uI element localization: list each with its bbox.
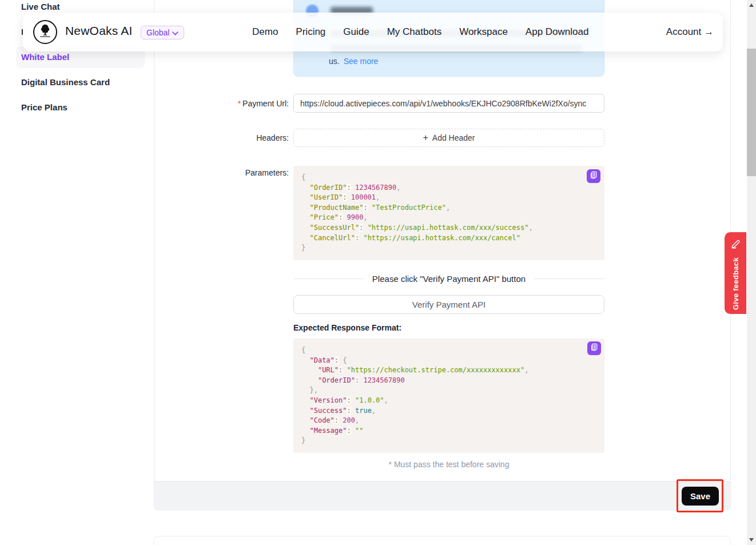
code-token: : [347,396,351,404]
code-token [351,396,355,404]
nav-link-app-download[interactable]: App Download [526,26,589,38]
payment-url-label: *Payment Url: [172,99,289,108]
code-token: : [347,407,351,415]
oak-tree-icon [37,22,54,42]
code-line: "CancelUrl": "https://usapi.hottask.com/… [301,233,596,244]
code-token: 1234567890 [363,376,404,384]
plus-icon: + [423,133,428,142]
code-token: 200 [343,416,355,424]
code-line: "URL": "https://checkout.stripe.com/xxxx… [301,365,596,376]
add-header-button[interactable]: + Add Header [293,129,604,147]
code-token: "" [355,427,363,435]
code-line: "Data": { [301,356,596,366]
sidebar-item-white-label[interactable]: White Label [21,52,69,62]
code-token: , [372,407,376,415]
pencil-icon [730,238,741,252]
brand-name: NewOaks AI [65,24,133,38]
nav-link-demo[interactable]: Demo [252,26,278,38]
code-token [301,366,318,374]
code-token [351,407,355,415]
code-line: "Version": "1.0.0", [301,396,596,406]
code-token: "Price" [309,213,339,221]
code-token [301,213,309,221]
brand-logo[interactable] [33,20,57,44]
scroll-up-arrow[interactable] [749,3,754,7]
scrollbar-thumb[interactable] [747,49,756,176]
copy-icon [590,343,598,353]
code-token: : [347,184,351,192]
nav-link-pricing[interactable]: Pricing [296,26,325,38]
code-token: : [347,427,351,435]
nav-link-my-chatbots[interactable]: My Chatbots [387,26,441,38]
reminder-trailing-text: us. [329,57,340,66]
code-token: , [446,204,450,212]
nav-link-guide[interactable]: Guide [343,26,369,38]
region-selector-label: Global [146,28,169,37]
code-line: "Success": true, [301,406,596,416]
scrollbar-track[interactable] [747,0,756,545]
code-line: "SuccessUrl": "https://usapi.hottask.com… [301,223,596,233]
code-token: 100001 [351,193,376,201]
sidebar-item-price-plans[interactable]: Price Plans [21,102,67,112]
code-token [351,184,355,192]
code-line: "Code": 200, [301,416,596,426]
code-token: "UserID" [309,193,343,201]
code-token: , [376,193,380,201]
code-line: } [301,243,596,253]
nav-link-workspace[interactable]: Workspace [459,26,508,38]
code-token: "SuccessUrl" [309,224,359,232]
code-token: "Version" [309,396,347,404]
code-line: }, [301,385,596,396]
code-token: { [301,173,305,181]
region-selector[interactable]: Global [141,26,184,39]
expected-response-label: Expected Response Format: [293,323,401,332]
divider-line-left [293,279,364,279]
account-link[interactable]: Account → [666,13,714,51]
code-line: { [301,345,596,356]
scroll-down-arrow[interactable] [749,538,754,542]
next-section-card [154,536,731,545]
top-navbar: NewOaks AI Global Demo Pricing Guide My … [23,13,723,51]
code-token [301,427,309,435]
code-token: "TestProductPrice" [372,204,446,212]
code-token: , [396,184,400,192]
card-footer [154,481,730,511]
code-token [343,213,347,221]
parameters-label: Parameters: [172,168,289,177]
sidebar-item-live-chat[interactable]: Live Chat [21,2,60,11]
code-token: true [355,407,372,415]
code-line: { [301,173,596,183]
payment-url-input[interactable] [293,94,604,113]
copy-response-button[interactable] [587,341,601,355]
code-token: , [363,213,367,221]
code-token: "https://checkout.stripe.com/xxxxxxxxxxx… [347,366,525,374]
code-token: , [524,366,528,374]
code-token: }, [309,386,317,394]
code-token: 1234567890 [355,184,396,192]
code-line: } [301,436,596,446]
code-line: "OrderID": 1234567890 [301,376,596,386]
save-highlight-annotation [677,479,723,512]
code-token [351,427,355,435]
copy-parameters-button[interactable] [587,169,600,183]
code-token: "ProductName" [309,204,363,212]
code-token: "Data" [309,356,334,364]
see-more-link[interactable]: See more [344,57,379,66]
headers-label: Headers: [172,133,289,142]
parameters-code-block: { "OrderID": 1234567890, "UserID": 10000… [293,166,604,260]
code-token: } [301,244,305,252]
code-token [301,407,309,415]
required-mark: * [238,99,241,108]
code-token: "Code" [309,416,334,424]
code-token: : [335,416,339,424]
verify-payment-api-button[interactable]: Verify Payment API [293,295,604,314]
code-token [301,234,309,242]
must-pass-note: * Must pass the test before saving [293,460,604,469]
code-token: { [301,346,305,354]
code-token: { [343,356,347,364]
give-feedback-tab[interactable]: Give feedback [725,232,746,314]
code-token: "OrderID" [309,184,347,192]
sidebar-item-digital-business-card[interactable]: Digital Business Card [21,77,110,87]
code-token [301,386,309,394]
code-token [301,396,309,404]
